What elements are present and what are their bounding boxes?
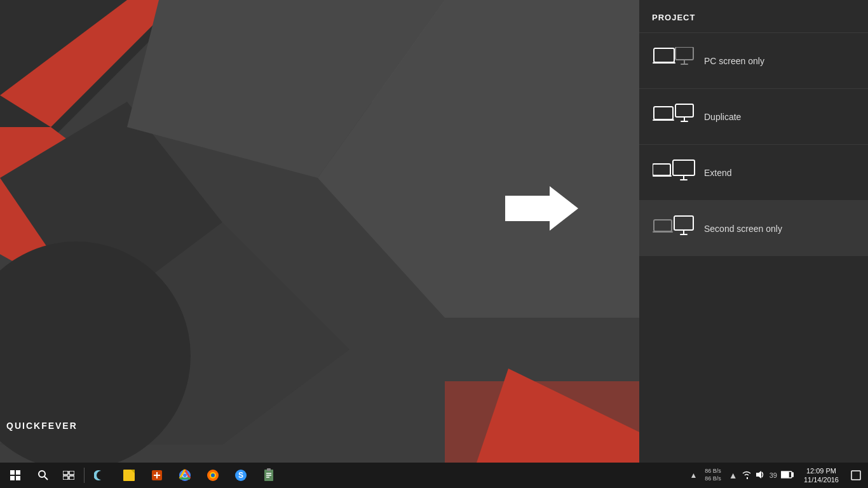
network-speed-up: 86 B/s [705,468,721,475]
svg-point-53 [211,473,215,477]
extend-icon [652,159,696,187]
taskbar: S ▲ 86 B/s 86 B/s ▲ [0,463,868,488]
svg-rect-35 [10,476,15,480]
battery-icon [781,470,794,480]
svg-rect-36 [16,476,20,480]
svg-rect-28 [654,220,672,231]
svg-rect-19 [653,119,674,121]
svg-rect-33 [10,470,15,475]
svg-point-37 [39,471,45,477]
quickfever-logo: QUICKFEVER [6,421,78,431]
svg-rect-40 [69,471,74,475]
svg-rect-15 [675,47,693,60]
wifi-icon[interactable] [742,470,752,481]
second-screen-only-icon [652,215,696,243]
svg-rect-30 [674,216,693,230]
taskbar-app-chrome[interactable] [171,463,199,488]
svg-rect-17 [681,64,688,65]
project-item-second-screen-only[interactable]: Second screen only [639,200,868,256]
svg-rect-32 [680,234,688,235]
svg-rect-23 [653,164,670,175]
desktop-arrow [505,183,581,234]
extend-label: Extend [704,168,732,178]
svg-marker-12 [505,186,578,231]
network-speed-display: 86 B/s 86 B/s [702,468,724,482]
svg-rect-57 [267,468,271,471]
search-button[interactable] [31,463,56,488]
duplicate-label: Duplicate [704,112,741,122]
pc-screen-only-label: PC screen only [704,56,764,66]
taskbar-apps: S [87,463,687,488]
taskbar-system-tray: ▲ 86 B/s 86 B/s ▲ [687,463,868,488]
svg-rect-25 [673,160,695,175]
svg-text:S: S [238,471,243,480]
taskbar-app-tools[interactable] [143,463,171,488]
svg-rect-63 [792,473,794,477]
network-speed-down: 86 B/s [705,475,721,483]
svg-rect-65 [851,471,860,480]
task-view-button[interactable] [56,463,81,488]
start-button[interactable] [0,463,31,488]
taskbar-divider [84,468,85,483]
system-icons: ▲ 39 [726,470,796,481]
svg-rect-13 [654,48,674,62]
project-item-pc-screen-only[interactable]: PC screen only [639,32,868,88]
project-panel-bottom [639,300,868,463]
svg-rect-18 [654,107,673,119]
svg-rect-34 [16,470,20,475]
duplicate-icon [652,103,696,131]
volume-icon[interactable] [756,470,766,481]
project-item-extend[interactable]: Extend [639,144,868,200]
quickfever-quick: QUICK [6,421,41,431]
taskbar-app-browser[interactable] [199,463,227,488]
notification-center-button[interactable] [846,463,865,488]
system-clock[interactable]: 12:09 PM 11/14/2016 [799,466,844,485]
taskbar-app-sticky[interactable] [115,463,143,488]
svg-rect-24 [653,175,672,177]
svg-point-50 [183,473,187,477]
svg-rect-27 [680,179,688,180]
svg-rect-22 [681,121,688,122]
pc-screen-only-icon [652,47,696,75]
svg-rect-39 [63,471,68,475]
svg-rect-41 [63,476,68,480]
taskbar-app-clipboard[interactable] [255,463,283,488]
second-screen-only-label: Second screen only [704,224,782,234]
battery-display[interactable]: 39 [770,471,777,479]
project-item-duplicate[interactable]: Duplicate [639,88,868,144]
svg-marker-61 [756,471,761,478]
project-panel: PROJECT PC screen only [639,0,868,463]
clock-time: 12:09 PM [806,466,836,475]
project-panel-header: PROJECT [639,0,868,32]
taskbar-app-moon[interactable] [87,463,115,488]
network-icon[interactable]: ▲ [729,470,738,480]
quickfever-fever: FEVER [41,421,78,431]
svg-rect-20 [675,104,693,117]
show-hidden-icons-button[interactable]: ▲ [687,471,700,480]
svg-rect-42 [69,476,74,480]
clock-date: 11/14/2016 [804,475,839,484]
desktop: QUICKFEVER [0,0,639,463]
svg-line-38 [44,477,48,480]
svg-rect-64 [782,472,789,477]
svg-rect-29 [653,231,673,233]
svg-rect-14 [653,62,675,64]
taskbar-app-simplenote[interactable]: S [227,463,255,488]
